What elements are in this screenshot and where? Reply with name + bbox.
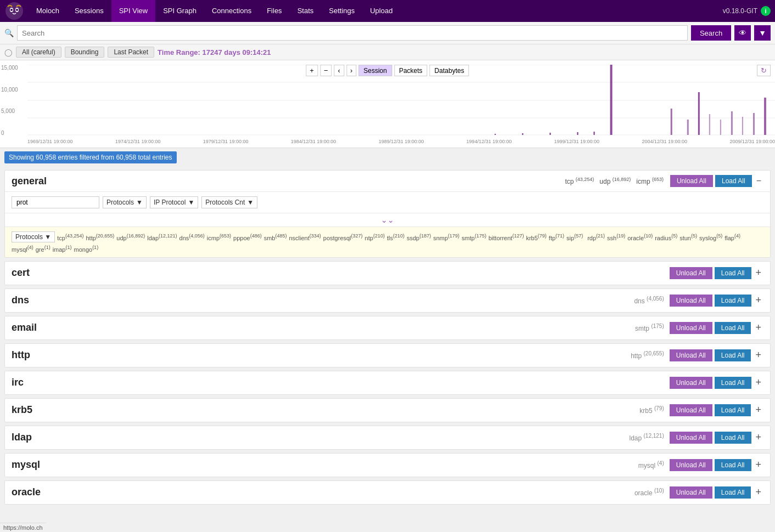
filter-last-packet[interactable]: Last Packet [108,47,154,58]
proto-radius[interactable]: radius(5) [655,233,677,241]
email-section: email smtp (175) Unload All Load All + [4,316,771,340]
nav-sessions[interactable]: Sessions [67,0,111,22]
chart-refresh-button[interactable]: ↻ [757,65,771,76]
dns-load-button[interactable]: Load All [715,295,751,307]
svg-point-3 [10,9,13,11]
irc-expand-button[interactable]: + [754,377,764,388]
krb5-load-button[interactable]: Load All [715,404,751,416]
nav-settings[interactable]: Settings [321,0,362,22]
proto-stun[interactable]: stun(5) [679,233,697,241]
dropdown-button[interactable]: ▼ [754,25,771,41]
oracle-load-button[interactable]: Load All [715,486,751,499]
proto-ftp[interactable]: ftp(71) [549,233,564,241]
chart-prev-button[interactable]: ‹ [334,65,344,76]
nav-spi-graph[interactable]: SPI Graph [155,0,204,22]
cert-load-button[interactable]: Load All [715,267,751,279]
proto-mongo[interactable]: mongo(1) [74,245,98,253]
proto-krb5[interactable]: krb5(79) [526,233,546,241]
protocols-cnt-dropdown[interactable]: Protocols Cnt ▼ [201,196,257,208]
ip-protocol-dropdown[interactable]: IP Protocol ▼ [150,196,198,208]
proto-tcp[interactable]: tcp(43,254) [57,233,83,241]
irc-unload-button[interactable]: Unload All [670,377,712,389]
proto-smtp[interactable]: smtp(175) [462,233,486,241]
krb5-section-title: krb5 [12,404,325,416]
nav-stats[interactable]: Stats [290,0,322,22]
chart-y-labels: 15,000 10,000 5,000 0 [1,65,18,136]
proto-tls[interactable]: tls(210) [387,233,405,241]
proto-dns[interactable]: dns(4,056) [179,233,205,241]
ldap-expand-button[interactable]: + [754,432,764,443]
http-unload-button[interactable]: Unload All [670,349,712,361]
proto-snmp[interactable]: snmp(179) [433,233,459,241]
krb5-expand-button[interactable]: + [753,404,763,416]
krb5-unload-button[interactable]: Unload All [670,404,712,416]
irc-section: irc Unload All Load All + [4,371,771,395]
filter-all[interactable]: All (careful) [16,47,61,58]
general-unload-button[interactable]: Unload All [670,175,713,187]
mysql-unload-button[interactable]: Unload All [670,459,712,471]
expand-arrows[interactable]: ⌄⌄ [5,213,770,227]
proto-flap[interactable]: flap(4) [725,233,740,241]
proto-ssh[interactable]: ssh(19) [607,233,625,241]
general-collapse-button[interactable]: − [754,176,763,186]
email-load-button[interactable]: Load All [715,322,751,334]
chart-databytes-button[interactable]: Databytes [430,65,469,76]
general-load-button[interactable]: Load All [715,175,752,187]
proto-rdp[interactable]: rdp(21) [587,233,605,241]
proto-nsclient[interactable]: nsclient(334) [289,233,321,241]
proto-imap[interactable]: imap(1) [53,245,72,253]
zoom-in-button[interactable]: + [306,65,318,76]
http-expand-button[interactable]: + [753,349,763,361]
proto-pppoe[interactable]: pppoe(486) [233,233,262,241]
nav-files[interactable]: Files [259,0,289,22]
proto-smb[interactable]: smb(485) [264,233,287,241]
zoom-out-button[interactable]: − [320,65,332,76]
proto-bittorrent[interactable]: bittorrent(127) [488,233,524,241]
proto-udp[interactable]: udp(16,892) [116,233,145,241]
proto-ntp[interactable]: ntp(210) [365,233,385,241]
proto-http[interactable]: http(20,655) [86,233,114,241]
search-button[interactable]: Search [691,25,731,41]
http-load-button[interactable]: Load All [715,349,751,361]
proto-syslog[interactable]: syslog(5) [699,233,722,241]
protocols-dropdown[interactable]: Protocols ▼ [103,196,147,208]
search-input[interactable] [17,25,688,41]
ldap-load-button[interactable]: Load All [715,432,751,444]
chart-next-button[interactable]: › [346,65,356,76]
cert-unload-button[interactable]: Unload All [670,267,712,279]
proto-mysql[interactable]: mysql(4) [12,245,33,253]
ldap-unload-button[interactable]: Unload All [670,432,712,444]
cert-expand-button[interactable]: + [754,267,764,279]
nav-upload[interactable]: Upload [362,0,400,22]
mysql-load-button[interactable]: Load All [715,459,751,471]
oracle-unload-button[interactable]: Unload All [670,486,712,499]
chart-session-button[interactable]: Session [358,65,392,76]
filter-bounding[interactable]: Bounding [65,47,105,58]
mysql-section: mysql mysql (4) Unload All Load All + [4,453,771,477]
oracle-expand-button[interactable]: + [753,486,763,498]
proto-ldap[interactable]: ldap(12,121) [147,233,177,241]
email-expand-button[interactable]: + [753,322,763,333]
chart-packets-button[interactable]: Packets [394,65,428,76]
nav-connections[interactable]: Connections [204,0,259,22]
proto-gre[interactable]: gre(1) [36,245,50,253]
proto-ssdp[interactable]: ssdp(187) [407,233,431,241]
email-unload-button[interactable]: Unload All [670,322,712,334]
proto-postgresql[interactable]: postgresql(327) [323,233,363,241]
irc-load-button[interactable]: Load All [715,377,751,389]
nav-spi-view[interactable]: SPI View [111,0,156,22]
general-filter-input[interactable] [12,196,99,208]
svg-rect-20 [495,134,496,135]
mysql-expand-button[interactable]: + [754,459,764,471]
search-bar: 🔍 Search 👁 ▼ [0,22,775,44]
dns-expand-button[interactable]: + [754,295,764,306]
proto-oracle[interactable]: oracle(10) [627,233,653,241]
protocols-tag-dropdown[interactable]: Protocols ▼ [12,231,55,242]
search-icon-button[interactable]: 🔍 [4,29,14,37]
proto-icmp[interactable]: icmp(653) [207,233,231,241]
eye-button[interactable]: 👁 [734,25,751,41]
info-badge[interactable]: i [761,6,771,16]
proto-sip[interactable]: sip(57) [566,233,583,241]
nav-moloch[interactable]: Moloch [29,0,67,22]
dns-unload-button[interactable]: Unload All [670,295,712,307]
